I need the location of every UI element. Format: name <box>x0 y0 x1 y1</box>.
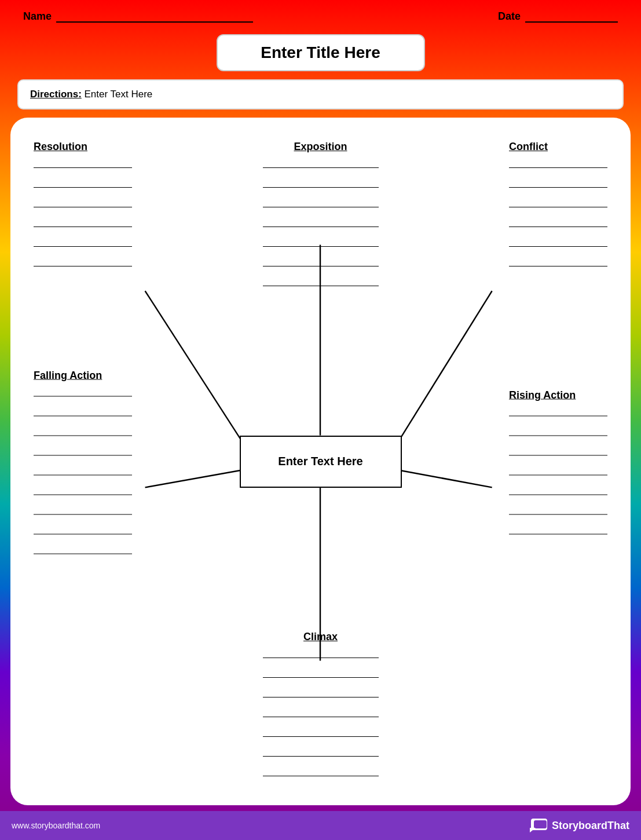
writing-line <box>263 708 379 717</box>
writing-line <box>263 669 379 678</box>
footer: www.storyboardthat.com StoryboardThat <box>0 811 641 840</box>
svg-line-4 <box>398 470 492 487</box>
writing-line <box>263 688 379 697</box>
writing-line <box>34 505 132 514</box>
date-line <box>525 11 618 23</box>
writing-line <box>509 238 607 247</box>
writing-line <box>34 545 132 554</box>
writing-line <box>34 525 132 534</box>
conflict-lines <box>509 159 607 266</box>
writing-line <box>34 178 132 188</box>
writing-line <box>509 198 607 207</box>
writing-line <box>509 505 607 514</box>
svg-line-1 <box>145 291 242 441</box>
title-container: Enter Title Here <box>0 30 641 79</box>
climax-title: Climax <box>303 631 338 643</box>
page-wrapper: Name Date Enter Title Here Directions: E… <box>0 0 641 840</box>
writing-line <box>263 178 379 188</box>
date-label: Date <box>498 10 521 23</box>
writing-line <box>263 747 379 757</box>
directions-text: Enter Text Here <box>82 89 153 100</box>
writing-line <box>509 485 607 495</box>
writing-line <box>509 525 607 534</box>
falling-action-section: Falling Action <box>34 369 132 554</box>
resolution-title: Resolution <box>34 141 87 152</box>
falling-action-title: Falling Action <box>34 369 102 381</box>
rising-action-lines <box>509 407 607 534</box>
footer-url: www.storyboardthat.com <box>12 821 100 830</box>
resolution-lines <box>34 159 132 266</box>
writing-line <box>263 238 379 247</box>
main-content: Exposition Resolution <box>10 118 631 805</box>
exposition-lines <box>263 159 379 286</box>
writing-line <box>34 485 132 495</box>
writing-line <box>263 218 379 227</box>
writing-line <box>263 198 379 207</box>
name-field: Name <box>23 10 253 23</box>
name-line <box>56 11 253 23</box>
writing-line <box>509 178 607 188</box>
footer-brand: StoryboardThat <box>530 819 629 832</box>
directions-box[interactable]: Directions: Enter Text Here <box>17 79 624 109</box>
writing-line <box>509 426 607 436</box>
writing-line <box>263 277 379 286</box>
rising-action-title: Rising Action <box>509 389 576 400</box>
writing-line <box>34 466 132 475</box>
exposition-section: Exposition <box>263 141 379 286</box>
writing-line <box>509 446 607 455</box>
writing-line <box>34 426 132 436</box>
writing-line <box>509 218 607 227</box>
writing-line <box>34 159 132 168</box>
directions-label: Directions: <box>30 89 82 100</box>
conflict-section: Conflict <box>509 141 607 266</box>
writing-line <box>34 387 132 396</box>
writing-line <box>509 257 607 266</box>
brand-name: StoryboardThat <box>552 820 629 832</box>
rising-action-section: Rising Action <box>509 389 607 534</box>
resolution-section: Resolution <box>34 141 132 266</box>
exposition-title: Exposition <box>294 141 347 153</box>
chat-bubble-tail <box>530 828 536 832</box>
writing-line <box>34 238 132 247</box>
date-field: Date <box>498 10 618 23</box>
title-box[interactable]: Enter Title Here <box>217 34 425 71</box>
name-label: Name <box>23 10 52 23</box>
writing-line <box>509 407 607 416</box>
writing-line <box>263 649 379 658</box>
falling-action-lines <box>34 387 132 554</box>
climax-lines <box>263 649 379 776</box>
writing-line <box>34 446 132 455</box>
svg-line-2 <box>398 291 492 441</box>
chat-bubble-inner <box>534 820 547 828</box>
header: Name Date <box>0 0 641 30</box>
writing-line <box>34 407 132 416</box>
climax-section: Climax <box>263 631 379 776</box>
directions-container: Directions: Enter Text Here <box>0 79 641 118</box>
writing-line <box>509 159 607 168</box>
conflict-title: Conflict <box>509 141 548 152</box>
svg-line-3 <box>145 470 242 487</box>
diagram: Exposition Resolution <box>22 129 619 794</box>
writing-line <box>263 257 379 266</box>
storyboard-icon <box>530 819 547 832</box>
writing-line <box>263 728 379 737</box>
writing-line <box>509 466 607 475</box>
center-box[interactable]: Enter Text Here <box>240 436 402 488</box>
writing-line <box>263 159 379 168</box>
writing-line <box>263 767 379 776</box>
writing-line <box>34 257 132 266</box>
writing-line <box>34 218 132 227</box>
writing-line <box>34 198 132 207</box>
